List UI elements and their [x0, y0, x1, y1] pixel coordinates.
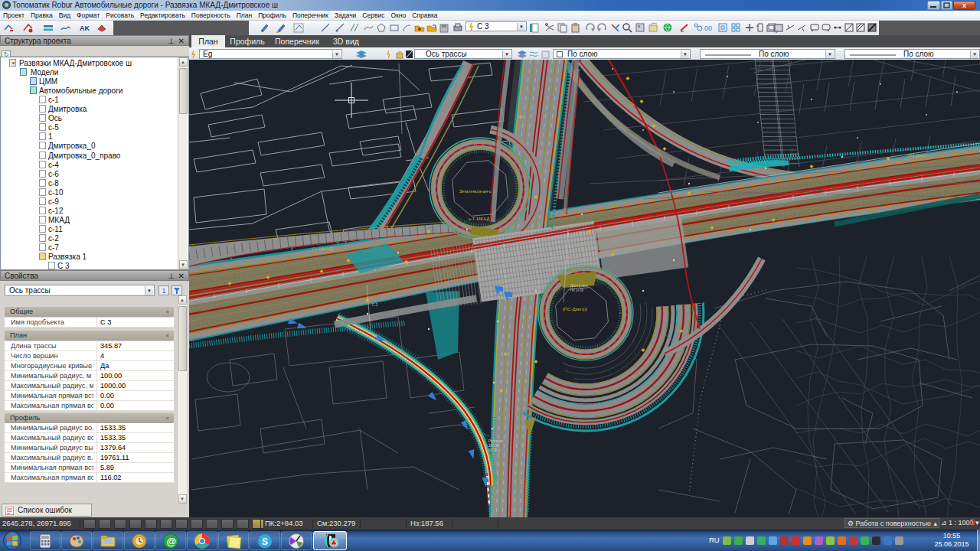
svg-text:(ПС-Дмитр): (ПС-Дмитр) — [563, 307, 587, 311]
svg-text:S: S — [262, 536, 268, 547]
svg-text:ПК 2+50: ПК 2+50 — [570, 289, 584, 292]
svg-text:С 3: С 3 — [372, 303, 378, 307]
svg-text:AK: AK — [80, 24, 90, 32]
svg-text:90.3F у: 90.3F у — [488, 448, 501, 452]
svg-text:@: @ — [167, 536, 177, 547]
svg-text:Раскатка: Раскатка — [488, 439, 503, 443]
svg-text:(-ь-МКАД): (-ь-МКАД) — [312, 246, 334, 251]
svg-text:00: 00 — [704, 24, 712, 32]
svg-text:Землевозная-с-3: Землевозная-с-3 — [459, 189, 496, 194]
svg-text:ь-Т-МКАД: ь-Т-МКАД — [469, 217, 490, 221]
svg-text:180.3F: 180.3F — [488, 444, 499, 448]
svg-text:Дмитровка: Дмитровка — [570, 284, 588, 288]
